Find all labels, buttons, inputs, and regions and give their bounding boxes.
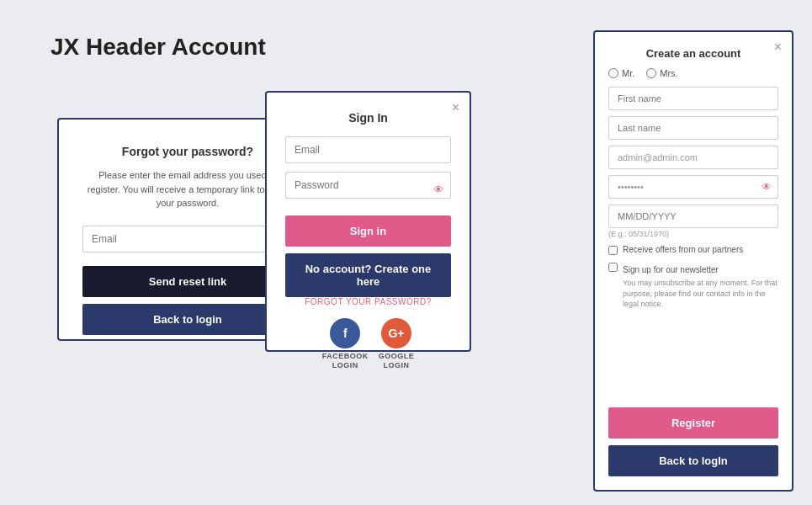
google-label: GOOGLELOGIN bbox=[379, 352, 415, 370]
password-eye-icon[interactable]: 👁 bbox=[433, 183, 444, 196]
register-password-input[interactable] bbox=[608, 175, 778, 199]
mr-radio[interactable] bbox=[608, 68, 618, 78]
signin-btn[interactable]: Sign in bbox=[285, 215, 451, 247]
mr-label: Mr. bbox=[622, 68, 634, 78]
forgot-description: Please enter the email address you used … bbox=[82, 168, 293, 210]
back-to-login-btn-forgot[interactable]: Back to login bbox=[82, 304, 293, 335]
close-icon[interactable]: × bbox=[452, 101, 459, 114]
send-reset-btn[interactable]: Send reset link bbox=[82, 266, 293, 297]
create-account-btn[interactable]: No account? Create one here bbox=[285, 253, 451, 297]
newsletter-sub: You may unsubscribe at any moment. For t… bbox=[623, 278, 778, 310]
register-eye-icon[interactable]: 👁 bbox=[762, 181, 772, 193]
forgot-email-input[interactable] bbox=[82, 226, 293, 252]
mr-radio-label[interactable]: Mr. bbox=[608, 68, 634, 78]
signin-card: × Sign In 👁 Sign in No account? Create o… bbox=[265, 91, 471, 352]
offers-checkbox[interactable] bbox=[608, 246, 618, 255]
offers-checkbox-row: Receive offers from our partners bbox=[608, 244, 778, 256]
newsletter-checkbox[interactable] bbox=[608, 263, 618, 272]
offers-label: Receive offers from our partners bbox=[623, 244, 743, 256]
forgot-password-link[interactable]: FORGOT YOUR PASSWORD? bbox=[305, 297, 432, 306]
signin-password-input[interactable] bbox=[285, 172, 451, 199]
gender-radio-row: Mr. Mrs. bbox=[608, 68, 778, 78]
back-to-login-btn-register[interactable]: Back to logIn bbox=[608, 445, 778, 476]
signin-email-input[interactable] bbox=[285, 136, 451, 163]
register-password-wrap: 👁 bbox=[608, 175, 778, 199]
facebook-label: FACEBOOKLOGIN bbox=[322, 352, 369, 370]
first-name-input[interactable] bbox=[608, 87, 778, 110]
mrs-label: Mrs. bbox=[660, 68, 677, 78]
google-icon: G+ bbox=[381, 318, 411, 348]
signin-password-wrap: 👁 bbox=[285, 172, 451, 207]
register-email-input[interactable] bbox=[608, 146, 778, 169]
date-hint: (E.g.: 05/31/1970) bbox=[608, 230, 778, 238]
register-btn[interactable]: Register bbox=[608, 407, 778, 439]
mrs-radio-label[interactable]: Mrs. bbox=[646, 68, 677, 78]
page-title: JX Header Account bbox=[50, 34, 266, 61]
register-close-icon[interactable]: × bbox=[774, 40, 782, 54]
mrs-radio[interactable] bbox=[646, 68, 656, 78]
forgot-heading: Forgot your password? bbox=[122, 145, 253, 158]
newsletter-label: Sign up for our newsletter bbox=[623, 265, 719, 274]
signin-heading: Sign In bbox=[348, 111, 388, 125]
newsletter-checkbox-row: Sign up for our newsletter You may unsub… bbox=[608, 261, 778, 310]
facebook-login-btn[interactable]: f FACEBOOKLOGIN bbox=[322, 318, 369, 370]
newsletter-text: Sign up for our newsletter You may unsub… bbox=[623, 261, 778, 310]
social-login-row: f FACEBOOKLOGIN G+ GOOGLELOGIN bbox=[285, 318, 451, 370]
google-login-btn[interactable]: G+ GOOGLELOGIN bbox=[379, 318, 415, 370]
last-name-input[interactable] bbox=[608, 116, 778, 140]
date-input[interactable] bbox=[608, 205, 778, 228]
register-card: × Create an account Mr. Mrs. 👁 (E.g.: 05… bbox=[593, 30, 793, 492]
register-heading: Create an account bbox=[646, 47, 741, 60]
facebook-icon: f bbox=[330, 318, 360, 348]
